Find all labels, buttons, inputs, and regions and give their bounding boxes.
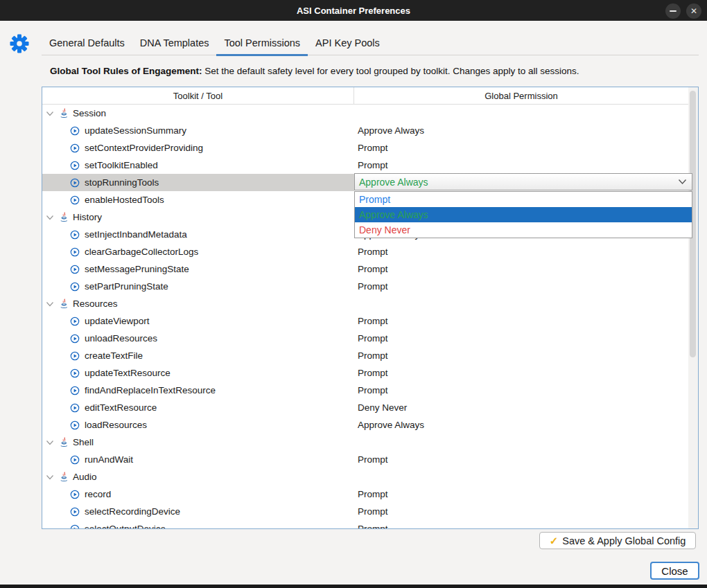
- tab-dna-templates[interactable]: DNA Templates: [132, 33, 217, 56]
- tool-row-clearGarbageCollectorLogs[interactable]: clearGarbageCollectorLogsPrompt: [42, 243, 698, 260]
- tool-label: loadResources: [85, 420, 147, 430]
- toolkit-row-session[interactable]: Session: [42, 105, 698, 122]
- tool-label: findAndReplaceInTextResource: [85, 385, 216, 395]
- permission-value[interactable]: Prompt: [354, 330, 698, 347]
- dropdown-option-deny-never[interactable]: Deny Never: [355, 222, 692, 238]
- tool-play-icon: [70, 230, 80, 240]
- permission-combobox[interactable]: Approve Always: [354, 173, 692, 190]
- permission-dropdown-list: PromptApprove AlwaysDeny Never: [354, 191, 692, 238]
- permission-value[interactable]: Prompt: [354, 243, 698, 260]
- tool-row-updateTextResource[interactable]: updateTextResourcePrompt: [42, 364, 698, 382]
- tool-play-icon: [70, 126, 80, 136]
- toolkit-java-icon: [59, 472, 69, 483]
- permission-cell: [354, 295, 698, 312]
- tool-play-icon: [70, 455, 80, 465]
- save-apply-label: Save & Apply Global Config: [562, 535, 686, 546]
- permission-value[interactable]: Prompt: [354, 157, 698, 174]
- permission-value[interactable]: Approve Always: [354, 122, 698, 139]
- background-window-edge: [0, 585, 707, 588]
- permission-value[interactable]: Deny Never: [354, 399, 698, 416]
- tool-play-icon: [70, 386, 80, 395]
- permission-value[interactable]: Prompt: [354, 278, 698, 295]
- tab-tool-permissions[interactable]: Tool Permissions: [216, 33, 308, 56]
- tool-row-setMessagePruningState[interactable]: setMessagePruningStatePrompt: [42, 260, 698, 278]
- dropdown-option-approve-always[interactable]: Approve Always: [355, 207, 692, 222]
- table-body: Session updateSessionSummaryApprove Alwa…: [42, 105, 698, 529]
- tool-label: setToolkitEnabled: [85, 160, 158, 170]
- permission-value[interactable]: Prompt: [354, 520, 698, 529]
- tool-play-icon: [70, 507, 80, 517]
- tool-row-loadResources[interactable]: loadResourcesApprove Always: [42, 416, 698, 434]
- toolkit-label: History: [73, 212, 102, 222]
- tool-row-createTextFile[interactable]: createTextFilePrompt: [42, 347, 698, 364]
- toolkit-row-resources[interactable]: Resources: [42, 295, 698, 312]
- dropdown-option-prompt[interactable]: Prompt: [355, 192, 692, 207]
- tool-row-runAndWait[interactable]: runAndWaitPrompt: [42, 451, 698, 468]
- tab-api-key-pools[interactable]: API Key Pools: [308, 33, 387, 56]
- minimize-icon: [670, 10, 677, 12]
- gear-icon: [9, 33, 30, 54]
- toolkit-java-icon: [59, 108, 69, 119]
- tool-row-record[interactable]: recordPrompt: [42, 485, 698, 503]
- vertical-scrollbar[interactable]: [688, 87, 698, 528]
- tool-row-findAndReplaceInTextResource[interactable]: findAndReplaceInTextResourcePrompt: [42, 382, 698, 399]
- tool-play-icon: [70, 161, 80, 170]
- tool-row-updateSessionSummary[interactable]: updateSessionSummaryApprove Always: [42, 122, 698, 139]
- tool-label: setPartPruningState: [85, 281, 168, 292]
- tool-row-setToolkitEnabled[interactable]: setToolkitEnabledPrompt: [42, 157, 698, 174]
- toolkit-label: Session: [73, 108, 106, 118]
- tool-label: selectRecordingDevice: [85, 506, 180, 517]
- permission-value[interactable]: Prompt: [354, 485, 698, 503]
- tool-label: editTextResource: [85, 402, 157, 413]
- tool-row-unloadResources[interactable]: unloadResourcesPrompt: [42, 330, 698, 347]
- tool-row-editTextResource[interactable]: editTextResourceDeny Never: [42, 399, 698, 416]
- tree-collapse-icon[interactable]: [46, 214, 54, 221]
- permission-value[interactable]: Prompt: [354, 382, 698, 399]
- permission-value[interactable]: Prompt: [354, 503, 698, 520]
- permission-value[interactable]: Prompt: [354, 347, 698, 364]
- tool-row-selectOutputDevice[interactable]: selectOutputDevicePrompt: [42, 520, 698, 529]
- tool-row-setContextProviderProviding[interactable]: setContextProviderProvidingPrompt: [42, 139, 698, 157]
- permission-value[interactable]: Prompt: [354, 312, 698, 330]
- permission-value[interactable]: Prompt: [354, 139, 698, 157]
- tool-label: stopRunningTools: [85, 177, 159, 188]
- close-icon: ✕: [690, 6, 697, 16]
- tool-play-icon: [70, 282, 80, 292]
- tool-play-icon: [70, 524, 80, 530]
- permission-cell: [354, 105, 698, 122]
- tool-play-icon: [70, 317, 80, 326]
- toolkit-row-audio[interactable]: Audio: [42, 468, 698, 485]
- tree-collapse-icon[interactable]: [46, 301, 54, 308]
- tool-label: updateTextResource: [85, 368, 171, 378]
- toolkit-row-shell[interactable]: Shell: [42, 434, 698, 451]
- tab-general-defaults[interactable]: General Defaults: [42, 33, 132, 56]
- check-icon: ✓: [550, 535, 559, 547]
- tool-play-icon: [70, 490, 80, 499]
- tab-bar: General DefaultsDNA TemplatesTool Permis…: [42, 33, 699, 55]
- close-button-label: Close: [661, 565, 688, 577]
- save-apply-button[interactable]: ✓ Save & Apply Global Config: [539, 532, 696, 549]
- tool-label: runAndWait: [85, 454, 133, 465]
- intro-text: Global Tool Rules of Engagement: Set the…: [50, 66, 579, 76]
- tool-row-selectRecordingDevice[interactable]: selectRecordingDevicePrompt: [42, 503, 698, 520]
- permission-value[interactable]: Approve Always: [354, 416, 698, 434]
- table-header: Toolkit / Tool Global Permission: [42, 87, 698, 105]
- permission-value[interactable]: Prompt: [354, 364, 698, 382]
- tool-label: setInjectInbandMetadata: [85, 229, 187, 240]
- toolkit-java-icon: [59, 437, 69, 448]
- permission-value[interactable]: Prompt: [354, 260, 698, 278]
- tool-play-icon: [70, 420, 80, 430]
- close-window-button[interactable]: ✕: [686, 3, 701, 19]
- minimize-button[interactable]: [665, 3, 681, 19]
- tree-collapse-icon[interactable]: [46, 110, 54, 117]
- tool-row-setPartPruningState[interactable]: setPartPruningStatePrompt: [42, 278, 698, 295]
- tree-collapse-icon[interactable]: [46, 439, 54, 446]
- tool-row-updateViewport[interactable]: updateViewportPrompt: [42, 312, 698, 330]
- close-button[interactable]: Close: [650, 562, 699, 580]
- toolkit-java-icon: [59, 212, 69, 223]
- tool-play-icon: [70, 195, 80, 205]
- tool-play-icon: [70, 403, 80, 413]
- tool-label: setMessagePruningState: [85, 264, 189, 274]
- permission-value[interactable]: Prompt: [354, 451, 698, 468]
- tree-collapse-icon[interactable]: [46, 474, 54, 481]
